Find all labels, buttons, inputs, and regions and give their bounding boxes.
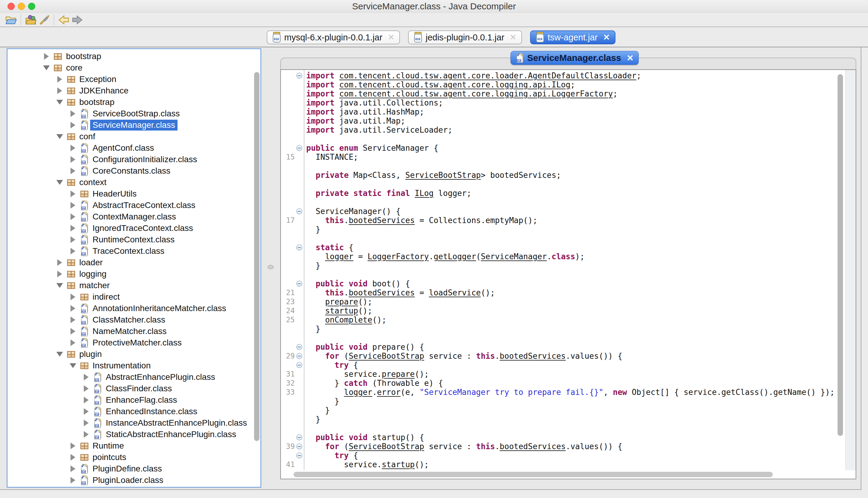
editor-vertical-scrollbar[interactable] — [838, 74, 843, 436]
fold-toggle[interactable] — [295, 344, 304, 350]
tree-item-runtime[interactable]: Runtime — [8, 440, 253, 451]
collapse-minus-icon[interactable] — [296, 281, 302, 287]
code-reference-link[interactable]: bootedServices — [500, 352, 566, 361]
disclosure-collapsed-icon[interactable] — [68, 225, 78, 232]
disclosure-collapsed-icon[interactable] — [68, 122, 78, 128]
code-reference-link[interactable]: ILog — [415, 189, 434, 198]
disclosure-collapsed-icon[interactable] — [82, 374, 91, 380]
disclosure-collapsed-icon[interactable] — [68, 466, 78, 472]
collapse-minus-icon[interactable] — [296, 434, 302, 441]
disclosure-expanded-icon[interactable] — [55, 352, 64, 357]
collapse-minus-icon[interactable] — [296, 208, 302, 214]
code-reference-link[interactable]: ServiceBootStrap — [405, 171, 481, 180]
disclosure-collapsed-icon[interactable] — [68, 191, 78, 197]
tree-item-annotationinheritancematcher-class[interactable]: 010 AnnotationInheritanceMatcher.class — [8, 303, 253, 314]
code-reference-link[interactable]: prepare — [325, 297, 358, 306]
code-reference-link[interactable]: ServiceManager — [481, 252, 547, 261]
disclosure-collapsed-icon[interactable] — [68, 454, 78, 461]
tree-item-runtimecontext-class[interactable]: 010 RuntimeContext.class — [8, 234, 253, 245]
collapse-minus-icon[interactable] — [296, 453, 302, 459]
tree-item-pluginloader-class[interactable]: 010 PluginLoader.class — [8, 474, 253, 486]
tree-item-enhancedinstance-class[interactable]: 010 EnhancedInstance.class — [8, 406, 253, 417]
disclosure-collapsed-icon[interactable] — [68, 443, 78, 449]
fold-toggle[interactable] — [295, 245, 304, 250]
disclosure-collapsed-icon[interactable] — [82, 397, 91, 403]
close-tab-icon[interactable]: ✕ — [510, 32, 517, 42]
code-reference-link[interactable]: loadService — [429, 288, 481, 297]
collapse-minus-icon[interactable] — [296, 344, 302, 350]
tab-jedis-plugin-jar[interactable]: 010 jedis-plugin-0.0.1.jar ✕ — [408, 30, 522, 44]
code-reference-link[interactable]: logger — [344, 388, 372, 397]
disclosure-expanded-icon[interactable] — [55, 134, 64, 139]
fold-toggle[interactable] — [295, 208, 304, 214]
disclosure-collapsed-icon[interactable] — [82, 385, 91, 392]
code-reference-link[interactable]: bootedServices — [349, 288, 415, 297]
disclosure-collapsed-icon[interactable] — [68, 477, 78, 484]
tree-item-bootstrap[interactable]: bootstrap — [8, 96, 253, 108]
tree-item-plugin[interactable]: plugin — [8, 349, 253, 360]
code-reference-link[interactable]: ServiceBootStrap — [349, 442, 424, 451]
disclosure-collapsed-icon[interactable] — [68, 236, 78, 243]
tree-item-context[interactable]: context — [8, 176, 253, 188]
disclosure-collapsed-icon[interactable] — [68, 293, 78, 300]
tree-item-staticabstractenhanceplugin-class[interactable]: 010 StaticAbstractEnhancePlugin.class — [8, 429, 253, 440]
disclosure-collapsed-icon[interactable] — [42, 53, 51, 60]
tree-vertical-scrollbar[interactable] — [254, 72, 259, 441]
collapse-minus-icon[interactable] — [296, 73, 302, 79]
tree-item-agentconf-class[interactable]: 010 AgentConf.class — [8, 142, 253, 154]
disclosure-expanded-icon[interactable] — [55, 283, 64, 288]
disclosure-expanded-icon[interactable] — [55, 180, 64, 185]
code-reference-link[interactable]: bootedServices — [349, 216, 415, 225]
disclosure-collapsed-icon[interactable] — [68, 110, 78, 117]
tab-tsw-agent-jar[interactable]: 010 tsw-agent.jar ✕ — [530, 30, 615, 44]
tree-item-enhanceflag-class[interactable]: 010 EnhanceFlag.class — [8, 394, 253, 406]
tree-item-plugindefine-class[interactable]: 010 PluginDefine.class — [8, 463, 253, 474]
tree-item-headerutils[interactable]: HeaderUtils — [8, 188, 253, 199]
tree-item-classfinder-class[interactable]: 010 ClassFinder.class — [8, 383, 253, 394]
collapse-minus-icon[interactable] — [296, 353, 302, 359]
tree-item-abstractenhanceplugin-class[interactable]: 010 AbstractEnhancePlugin.class — [8, 371, 253, 383]
tree-item-logging[interactable]: logging — [8, 268, 253, 280]
back-button[interactable] — [57, 14, 70, 26]
close-tab-icon[interactable]: ✕ — [388, 32, 395, 42]
code-reference-link[interactable]: com.tencent.cloud.tsw.agent.core.logging… — [339, 80, 571, 89]
tree-item-jdkenhance[interactable]: JDKEnhance — [8, 85, 253, 96]
fold-toggle[interactable] — [295, 281, 304, 287]
collapse-minus-icon[interactable] — [296, 145, 302, 151]
disclosure-collapsed-icon[interactable] — [68, 145, 78, 151]
code-reference-link[interactable]: LoggerFactory — [368, 252, 429, 261]
disclosure-collapsed-icon[interactable] — [55, 88, 64, 94]
tree-item-configurationinitializer-class[interactable]: 010 ConfigurationInitializer.class — [8, 154, 253, 165]
close-tab-icon[interactable]: ✕ — [603, 32, 610, 42]
split-divider-grip[interactable] — [268, 265, 273, 269]
code-reference-link[interactable]: error — [377, 388, 401, 397]
tree-item-classmatcher-class[interactable]: 010 ClassMatcher.class — [8, 314, 253, 326]
forward-button[interactable] — [70, 14, 84, 26]
disclosure-collapsed-icon[interactable] — [68, 316, 78, 323]
tree-item-matcher[interactable]: matcher — [8, 280, 253, 291]
tree-item-coreconstants-class[interactable]: 010 CoreConstants.class — [8, 165, 253, 176]
fold-toggle[interactable] — [295, 73, 304, 79]
disclosure-expanded-icon[interactable] — [68, 363, 78, 368]
disclosure-collapsed-icon[interactable] — [68, 202, 78, 209]
close-tab-icon[interactable]: ✕ — [627, 53, 633, 63]
tab-servicemanager-class[interactable]: 010 ServiceManager.class ✕ — [510, 51, 639, 65]
tree-item-contextmanager-class[interactable]: 010 ContextManager.class — [8, 211, 253, 222]
open-file-button[interactable] — [4, 14, 17, 26]
tree-item-namematcher-class[interactable]: 010 NameMatcher.class — [8, 326, 253, 337]
tree-item-indirect[interactable]: indirect — [8, 291, 253, 303]
disclosure-expanded-icon[interactable] — [42, 65, 51, 70]
tree-item-bootstrap[interactable]: bootstrap — [8, 51, 253, 62]
tree-item-exception[interactable]: Exception — [8, 74, 253, 85]
collapse-minus-icon[interactable] — [296, 362, 302, 368]
fold-toggle[interactable] — [295, 353, 304, 359]
tree-item-core[interactable]: core — [8, 62, 253, 74]
disclosure-collapsed-icon[interactable] — [55, 76, 64, 82]
fold-toggle[interactable] — [295, 362, 304, 368]
disclosure-collapsed-icon[interactable] — [68, 156, 78, 163]
code-reference-link[interactable]: onComplete — [325, 315, 373, 324]
disclosure-collapsed-icon[interactable] — [68, 328, 78, 335]
code-reference-link[interactable]: startup — [382, 460, 415, 469]
disclosure-collapsed-icon[interactable] — [82, 431, 91, 438]
code-reference-link[interactable]: bootedServices — [500, 442, 566, 451]
